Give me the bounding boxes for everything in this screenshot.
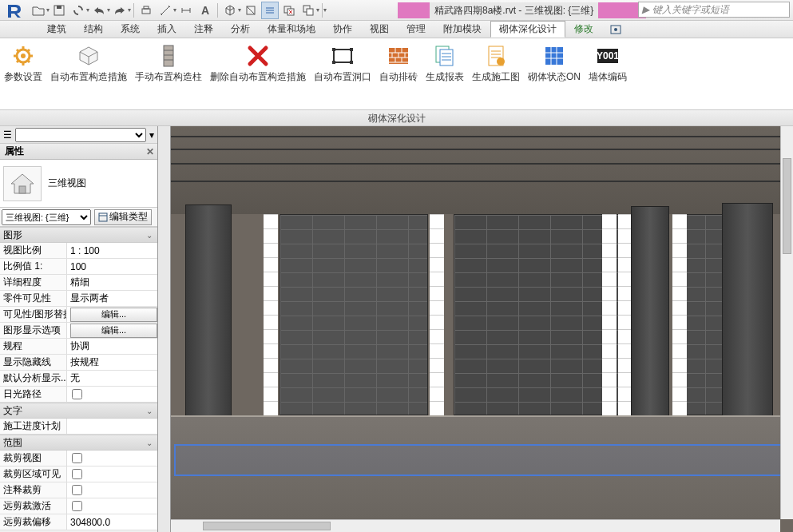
tab-附加模块[interactable]: 附加模块: [434, 21, 490, 38]
prop-value[interactable]: 1 : 100: [67, 243, 157, 258]
prop-value[interactable]: 100: [67, 259, 157, 274]
gen-report-button[interactable]: 生成报表: [422, 42, 467, 85]
checkbox[interactable]: [72, 485, 82, 495]
delete-auto-layout-button[interactable]: 删除自动布置构造措施: [207, 42, 309, 85]
tab-体量和场地[interactable]: 体量和场地: [259, 21, 324, 38]
svg-rect-8: [307, 9, 313, 15]
tab-视图[interactable]: 视图: [361, 21, 398, 38]
open-icon[interactable]: [30, 2, 47, 19]
prop-显示隐藏线: 显示隐藏线按规程: [0, 355, 157, 371]
pillar: [631, 206, 669, 430]
svg-point-12: [21, 54, 26, 58]
type-dropdown[interactable]: [15, 128, 146, 142]
file-name: 精武路四期8a楼.rvt: [434, 5, 516, 16]
expand-icon: ⌄: [146, 231, 153, 240]
prop-label: 默认分析显示...: [0, 371, 67, 386]
tab-分析[interactable]: 分析: [222, 21, 259, 38]
measure-icon[interactable]: [157, 2, 174, 19]
edit-button[interactable]: 编辑...: [70, 324, 157, 338]
brick-wall: [280, 214, 428, 415]
sync-icon[interactable]: [69, 2, 87, 19]
checkbox[interactable]: [72, 469, 82, 479]
close-icon[interactable]: ✕: [146, 146, 154, 157]
redo-icon[interactable]: [111, 2, 129, 19]
prop-日光路径: 日光路径: [0, 387, 157, 403]
brick-status-on-button[interactable]: 砌体状态ON: [525, 42, 584, 85]
prop-value[interactable]: [67, 419, 157, 434]
prop-value[interactable]: 按规程: [67, 355, 157, 370]
manual-layout-column-button[interactable]: 手动布置构造柱: [132, 42, 205, 85]
lines-icon[interactable]: ☰: [3, 129, 12, 141]
param-settings-button[interactable]: 参数设置: [1, 42, 46, 85]
group-范围[interactable]: 范围⌄: [0, 435, 157, 451]
app-logo[interactable]: [2, 1, 27, 20]
svg-rect-28: [99, 213, 107, 221]
save-icon[interactable]: [50, 2, 68, 19]
panel-collapse-strip[interactable]: [158, 126, 171, 532]
horizontal-scrollbar[interactable]: [171, 519, 780, 532]
group-文字[interactable]: 文字⌄: [0, 403, 157, 419]
title-bar: 精武路四期8a楼.rvt - 三维视图: {三维}: [398, 0, 646, 21]
auto-layout-opening-button[interactable]: 自动布置洞口: [311, 42, 375, 85]
tab-管理[interactable]: 管理: [398, 21, 434, 38]
tab-砌体深化设计[interactable]: 砌体深化设计: [490, 21, 565, 38]
prop-规程: 规程协调: [0, 339, 157, 355]
tab-结构[interactable]: 结构: [75, 21, 112, 38]
pillar: [185, 204, 232, 444]
auto-brick-button[interactable]: 自动排砖: [376, 42, 421, 85]
print-icon[interactable]: [137, 2, 155, 19]
qat-customize-icon[interactable]: ▾: [323, 6, 327, 14]
prop-value[interactable]: 协调: [67, 339, 157, 354]
instance-selector[interactable]: 三维视图: {三维}: [2, 209, 91, 225]
tab-建筑[interactable]: 建筑: [38, 21, 75, 38]
box-icon: [76, 43, 101, 69]
tab-注释[interactable]: 注释: [185, 21, 222, 38]
tab-系统[interactable]: 系统: [112, 21, 149, 38]
gen-construction-button[interactable]: 生成施工图: [469, 42, 523, 85]
svg-rect-13: [164, 46, 173, 66]
column-icon: [156, 43, 181, 69]
prop-图形显示选项: 图形显示选项编辑...: [0, 323, 157, 339]
bricks-icon: [386, 43, 411, 69]
prop-label: 裁剪区域可见: [0, 466, 67, 482]
prop-label: 零件可见性: [0, 291, 67, 306]
filter-icon[interactable]: ▾: [149, 129, 154, 141]
edit-type-button[interactable]: 编辑类型: [94, 209, 152, 225]
wall-code-button[interactable]: Y001墙体编码: [585, 42, 630, 85]
checkbox[interactable]: [72, 453, 82, 463]
close-views-icon[interactable]: [280, 2, 298, 19]
tab-插入[interactable]: 插入: [149, 21, 185, 38]
brick-wall: [454, 214, 621, 415]
svg-rect-2: [142, 9, 150, 14]
type-label: 三维视图: [48, 177, 86, 190]
thin-lines-icon[interactable]: [261, 2, 279, 19]
svg-rect-14: [334, 50, 351, 62]
switch-window-icon[interactable]: [299, 2, 317, 19]
prop-value[interactable]: 304800.0: [67, 514, 157, 530]
prop-value[interactable]: 精细: [67, 275, 157, 290]
prop-label: 详细程度: [0, 275, 67, 290]
3d-view[interactable]: [171, 126, 793, 532]
tab-协作[interactable]: 协作: [324, 21, 361, 38]
doc-icon: [483, 43, 509, 69]
dimension-icon[interactable]: [177, 2, 195, 19]
tab-extra-icon[interactable]: [607, 21, 624, 38]
tab-修改[interactable]: 修改: [565, 21, 602, 38]
text-icon[interactable]: A: [196, 2, 214, 19]
type-preview[interactable]: 三维视图: [0, 160, 157, 208]
edit-button[interactable]: 编辑...: [70, 308, 157, 322]
section-icon[interactable]: [242, 2, 260, 19]
checkbox[interactable]: [72, 389, 82, 399]
prop-value[interactable]: 显示两者: [67, 291, 157, 306]
auto-layout-measure-button[interactable]: 自动布置构造措施: [47, 42, 130, 85]
selection-box[interactable]: [174, 444, 790, 476]
checkbox[interactable]: [72, 501, 82, 511]
search-input[interactable]: ▶键入关键字或短语: [638, 2, 790, 18]
group-图形[interactable]: 图形⌄: [0, 227, 157, 243]
view-name: 三维视图: {三维}: [525, 5, 594, 16]
undo-icon[interactable]: [90, 2, 108, 19]
3d-icon[interactable]: [221, 2, 239, 19]
vertical-scrollbar[interactable]: [780, 126, 793, 519]
ribbon-panel: 参数设置自动布置构造措施手动布置构造柱删除自动布置构造措施自动布置洞口自动排砖生…: [0, 38, 793, 110]
prop-value[interactable]: 无: [67, 371, 157, 386]
